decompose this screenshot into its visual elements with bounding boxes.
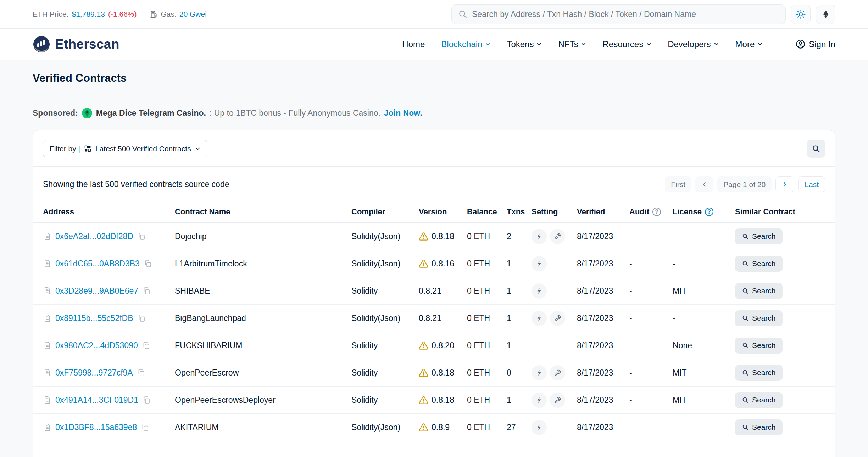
contract-file-icon	[43, 314, 51, 322]
copy-address-icon[interactable]	[137, 368, 145, 377]
theme-toggle-button[interactable]	[791, 5, 811, 24]
column-header-license-label: License	[673, 207, 702, 216]
sponsored-brand: Mega Dice Telegram Casino.	[96, 108, 206, 118]
nav-item-tokens[interactable]: Tokens	[507, 39, 542, 49]
similar-contract-search-button[interactable]: Search	[735, 256, 783, 272]
similar-contract-search-button[interactable]: Search	[735, 419, 783, 435]
copy-address-icon[interactable]	[137, 314, 146, 322]
pagination-last-button[interactable]: Last	[798, 176, 825, 192]
license-cell: MIT	[673, 368, 735, 378]
sponsored-join-link[interactable]: Join Now.	[384, 108, 422, 118]
eth-price-change: (-1.66%)	[108, 10, 137, 18]
nav-item-nfts[interactable]: NFTs	[558, 39, 586, 49]
column-header-license: License ?	[673, 207, 735, 216]
address-cell: 0xF75998...9727cf9A	[43, 368, 175, 378]
similar-contract-search-button[interactable]: Search	[735, 338, 783, 354]
copy-address-icon[interactable]	[142, 341, 150, 350]
audit-help-icon[interactable]: ?	[652, 208, 661, 216]
constructor-wrench-icon[interactable]	[550, 393, 565, 408]
version-warning-icon[interactable]	[419, 368, 428, 378]
similar-contract-search-button[interactable]: Search	[735, 228, 783, 244]
constructor-wrench-icon[interactable]	[550, 365, 565, 380]
constructor-wrench-icon[interactable]	[550, 311, 565, 326]
optimization-bolt-icon[interactable]	[532, 283, 547, 299]
balance-cell: 0 ETH	[467, 314, 507, 323]
contracts-table-body: 0x6eA2af...02dDf28D Dojochip Solidity(Js…	[33, 223, 835, 441]
address-link[interactable]: 0x980AC2...4dD53090	[55, 341, 138, 350]
address-link[interactable]: 0x61dC65...0AB8D3B3	[55, 259, 140, 269]
copy-address-icon[interactable]	[142, 396, 151, 404]
contract-file-icon	[43, 368, 51, 377]
license-help-icon[interactable]: ?	[705, 208, 713, 216]
similar-contract-cell: Search	[735, 228, 825, 244]
optimization-bolt-icon[interactable]	[532, 393, 547, 408]
license-cell: -	[673, 423, 735, 432]
page-title: Verified Contracts	[33, 72, 835, 85]
optimization-bolt-icon[interactable]	[532, 365, 547, 380]
version-cell: 0.8.18	[419, 368, 467, 378]
audit-cell: -	[629, 232, 673, 241]
table-header-row: Address Contract Name Compiler Version B…	[33, 201, 835, 223]
nav-item-blockchain[interactable]: Blockchain	[441, 39, 490, 49]
similar-contract-search-button[interactable]: Search	[735, 365, 783, 381]
copy-address-icon[interactable]	[144, 259, 152, 268]
search-input[interactable]	[472, 10, 779, 19]
similar-contract-search-button[interactable]: Search	[735, 392, 783, 408]
contract-file-icon	[43, 232, 51, 241]
pagination-next-button[interactable]	[775, 176, 794, 192]
optimization-bolt-icon[interactable]	[532, 229, 547, 244]
version-warning-icon[interactable]	[419, 232, 428, 241]
address-link[interactable]: 0xF75998...9727cf9A	[55, 368, 133, 378]
column-header-setting: Setting	[532, 207, 577, 216]
etherscan-logo[interactable]: Etherscan	[33, 35, 119, 53]
filter-dropdown-button[interactable]: Filter by | Latest 500 Verified Contract…	[43, 140, 207, 157]
address-link[interactable]: 0x3D28e9...9AB0E6e7	[55, 286, 138, 296]
version-value: 0.8.16	[432, 259, 454, 269]
nav-item-resources[interactable]: Resources	[602, 39, 651, 49]
version-warning-icon[interactable]	[419, 259, 428, 269]
nav-item-more[interactable]: More	[735, 39, 763, 49]
version-warning-icon[interactable]	[419, 341, 428, 350]
license-cell: MIT	[673, 286, 735, 296]
copy-address-icon[interactable]	[137, 232, 146, 241]
setting-cell: -	[532, 229, 577, 244]
address-link[interactable]: 0x89115b...55c52fDB	[55, 314, 133, 323]
gas-value[interactable]: 20 Gwei	[179, 10, 207, 18]
copy-address-icon[interactable]	[141, 423, 149, 431]
nav-item-home[interactable]: Home	[402, 39, 425, 49]
optimization-bolt-icon[interactable]	[532, 256, 547, 271]
column-header-audit: Audit ?	[629, 207, 673, 216]
eth-price-value[interactable]: $1,789.13	[72, 10, 105, 18]
version-warning-icon[interactable]	[419, 423, 428, 432]
sign-in-button[interactable]: Sign In	[796, 39, 835, 49]
address-link[interactable]: 0x491A14...3CF019D1	[55, 395, 138, 405]
version-warning-icon[interactable]	[419, 395, 428, 405]
nav-item-developers[interactable]: Developers	[668, 39, 719, 49]
top-stats-bar: ETH Price: $1,789.13 (-1.66%) Gas: 20 Gw…	[0, 0, 868, 29]
similar-search-label: Search	[752, 396, 776, 404]
address-link[interactable]: 0x1D3BF8...15a639e8	[55, 423, 137, 432]
sun-icon	[796, 10, 806, 19]
compiler-cell: Solidity(Json)	[351, 314, 419, 323]
version-value: 0.8.20	[432, 341, 454, 350]
sponsored-banner: Sponsored: Mega Dice Telegram Casino. : …	[33, 108, 835, 119]
optimization-bolt-icon[interactable]	[532, 420, 547, 435]
similar-contract-cell: Search	[735, 338, 825, 354]
network-switcher-button[interactable]	[816, 5, 835, 24]
license-cell: MIT	[673, 395, 735, 405]
version-cell: 0.8.18	[419, 395, 467, 405]
page-header: Verified Contracts Sponsored: Mega Dice …	[0, 60, 868, 119]
chevron-down-icon	[646, 41, 651, 47]
similar-contract-search-button[interactable]: Search	[735, 310, 783, 326]
optimization-bolt-icon[interactable]	[532, 311, 547, 326]
copy-address-icon[interactable]	[142, 287, 151, 295]
table-search-button[interactable]	[807, 140, 825, 158]
address-cell: 0x491A14...3CF019D1	[43, 395, 175, 405]
similar-contract-search-button[interactable]: Search	[735, 283, 783, 299]
setting-cell: -	[532, 256, 577, 271]
address-link[interactable]: 0x6eA2af...02dDf28D	[55, 232, 133, 241]
sponsored-label: Sponsored:	[33, 108, 78, 118]
grid-icon	[84, 145, 91, 152]
table-row: 0x1D3BF8...15a639e8 AKITARIUM Solidity(J…	[33, 414, 835, 441]
constructor-wrench-icon[interactable]	[550, 229, 565, 244]
